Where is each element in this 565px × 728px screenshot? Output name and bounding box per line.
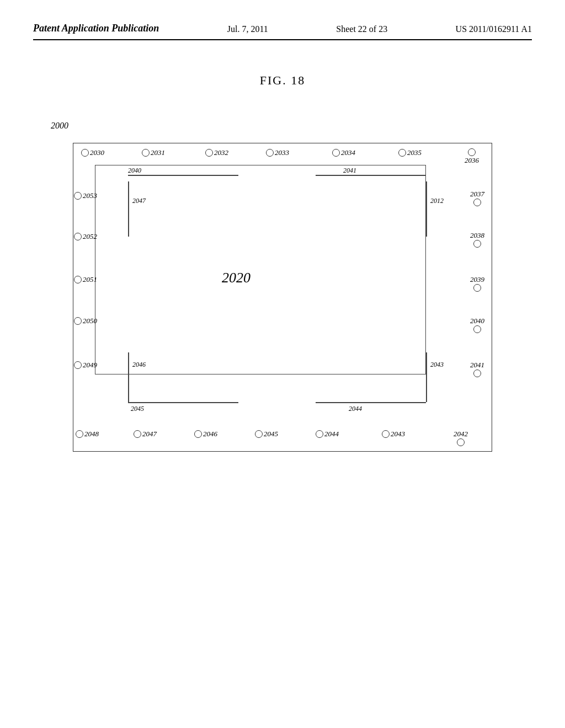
- node-2041r: 2041: [470, 361, 484, 377]
- label-2041r: 2041: [470, 361, 484, 370]
- label-2044: 2044: [349, 405, 362, 413]
- circle-2047b: [134, 430, 141, 438]
- node-2034: 2034: [332, 148, 355, 157]
- node-2052: 2052: [74, 232, 97, 241]
- node-2039: 2039: [470, 275, 484, 292]
- node-2048: 2048: [76, 430, 99, 438]
- node-2050: 2050: [74, 317, 97, 325]
- label-2051: 2051: [83, 275, 97, 284]
- vline-2046: [128, 352, 129, 402]
- circle-2030: [81, 149, 89, 157]
- circle-2039: [473, 284, 481, 292]
- vline-2012: [426, 181, 427, 237]
- circle-2037: [473, 199, 481, 206]
- diagram-container: 2000 2020 2030 2031 2032: [51, 110, 514, 485]
- label-2052: 2052: [83, 232, 97, 241]
- label-2012: 2012: [430, 197, 444, 205]
- circle-2045u: [255, 430, 263, 438]
- label-2039: 2039: [470, 275, 484, 284]
- node-2035: 2035: [398, 148, 422, 157]
- label-2031: 2031: [151, 148, 165, 157]
- label-2043r: 2043: [430, 361, 444, 369]
- label-2045: 2045: [131, 405, 144, 413]
- publication-title: Patent Application Publication: [33, 22, 159, 35]
- node-2042: 2042: [454, 430, 468, 446]
- label-2038: 2038: [470, 231, 484, 240]
- figure-label: FIG. 18: [45, 73, 520, 88]
- label-2035: 2035: [407, 148, 422, 157]
- node-2037: 2037: [470, 190, 484, 206]
- center-label: 2020: [222, 270, 250, 286]
- node-2038: 2038: [470, 231, 484, 248]
- hline-2041: [316, 175, 426, 176]
- label-2046b: 2046: [203, 430, 217, 438]
- circle-2031: [142, 149, 150, 157]
- circle-2035: [398, 149, 406, 157]
- node-2040x: 2040: [470, 317, 484, 333]
- patent-number: US 2011/0162911 A1: [456, 22, 532, 34]
- node-2032: 2032: [205, 148, 228, 157]
- node-2045u: 2045: [255, 430, 278, 438]
- label-2032: 2032: [214, 148, 228, 157]
- circle-2036: [468, 148, 476, 156]
- circle-2053: [74, 192, 82, 200]
- node-2043b: 2043: [382, 430, 405, 438]
- label-2042: 2042: [454, 430, 468, 438]
- circle-2042: [457, 438, 465, 446]
- label-2047: 2047: [132, 197, 146, 205]
- label-2036: 2036: [465, 156, 479, 165]
- circle-2048: [76, 430, 83, 438]
- circle-2038: [473, 240, 481, 248]
- label-2040x: 2040: [470, 317, 484, 325]
- outer-label: 2000: [51, 121, 68, 131]
- label-2045u: 2045: [264, 430, 278, 438]
- label-2047b: 2047: [142, 430, 157, 438]
- circle-2043b: [382, 430, 390, 438]
- inner-rectangle: [95, 165, 426, 374]
- node-2047b: 2047: [134, 430, 157, 438]
- vline-2043: [426, 352, 427, 402]
- node-2049: 2049: [74, 361, 97, 370]
- node-2033: 2033: [266, 148, 289, 157]
- node-2031: 2031: [142, 148, 165, 157]
- node-2030: 2030: [81, 148, 104, 157]
- circle-2050: [74, 317, 82, 325]
- node-2053: 2053: [74, 191, 97, 200]
- circle-2034: [332, 149, 340, 157]
- label-2033: 2033: [275, 148, 289, 157]
- node-2044b: 2044: [316, 430, 339, 438]
- label-2053: 2053: [83, 191, 97, 200]
- label-2049: 2049: [83, 361, 97, 370]
- publication-date: Jul. 7, 2011: [227, 22, 268, 34]
- header: Patent Application Publication Jul. 7, 2…: [33, 22, 532, 40]
- sheet-info: Sheet 22 of 23: [336, 22, 387, 34]
- label-2046: 2046: [132, 361, 146, 369]
- label-2030: 2030: [90, 148, 104, 157]
- hline-2044: [316, 402, 426, 403]
- circle-2046b: [194, 430, 202, 438]
- label-2043b: 2043: [391, 430, 405, 438]
- label-2044b: 2044: [324, 430, 339, 438]
- node-2046b: 2046: [194, 430, 217, 438]
- node-2036: 2036: [465, 148, 479, 165]
- circle-2052: [74, 233, 82, 240]
- vline-2047: [128, 181, 129, 237]
- page: Patent Application Publication Jul. 7, 2…: [0, 0, 565, 728]
- circle-2044b: [316, 430, 323, 438]
- circle-2032: [205, 149, 213, 157]
- node-2051: 2051: [74, 275, 97, 284]
- circle-2040x: [473, 325, 481, 333]
- label-2048: 2048: [84, 430, 99, 438]
- label-2041: 2041: [343, 167, 356, 175]
- circle-2033: [266, 149, 274, 157]
- label-2034: 2034: [341, 148, 355, 157]
- circle-2049: [74, 361, 82, 369]
- figure-area: FIG. 18 2000 2020 2030 2031: [45, 73, 520, 485]
- circle-2041r: [473, 370, 481, 377]
- hline-2040: [128, 175, 238, 176]
- hline-2045: [128, 402, 238, 403]
- circle-2051: [74, 276, 82, 283]
- label-2037: 2037: [470, 190, 484, 199]
- label-2050: 2050: [83, 317, 97, 325]
- label-2040: 2040: [128, 167, 141, 175]
